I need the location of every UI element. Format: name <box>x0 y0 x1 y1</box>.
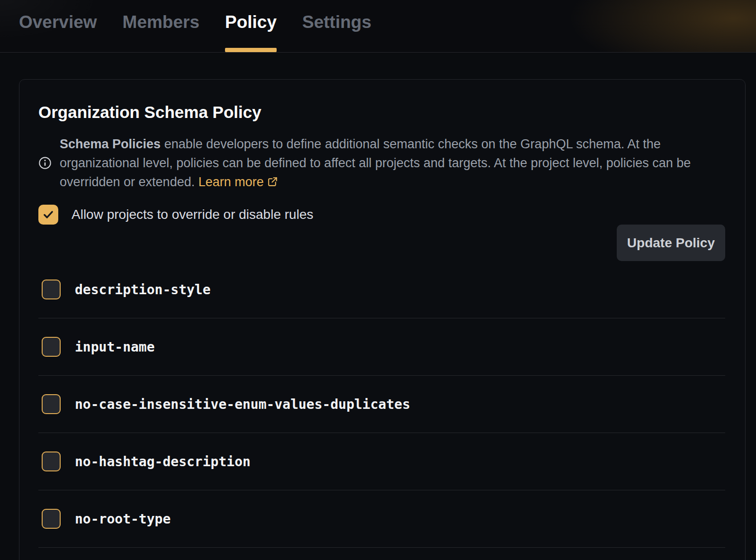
policy-rules-list: description-style input-name no-case-ins… <box>38 261 725 548</box>
tab-settings[interactable]: Settings <box>302 12 371 52</box>
rule-name: no-case-insensitive-enum-values-duplicat… <box>75 397 410 412</box>
tab-overview[interactable]: Overview <box>19 12 97 52</box>
learn-more-link[interactable]: Learn more <box>198 175 279 189</box>
active-tab-indicator <box>225 48 277 52</box>
rule-row-no-hashtag-description: no-hashtag-description <box>38 433 725 490</box>
rule-row-no-root-type: no-root-type <box>38 490 725 548</box>
tab-policy[interactable]: Policy <box>225 12 277 52</box>
policy-description: Schema Policies enable developers to def… <box>60 135 725 191</box>
rule-row-no-case-insensitive-enum-values-duplicates: no-case-insensitive-enum-values-duplicat… <box>38 376 725 433</box>
rule-checkbox-input-name[interactable] <box>42 337 61 357</box>
page-title: Organization Schema Policy <box>38 102 725 122</box>
rule-checkbox-no-case-insensitive-enum-values-duplicates[interactable] <box>42 394 61 414</box>
actions-row: Update Policy <box>38 225 725 261</box>
allow-override-row[interactable]: Allow projects to override or disable ru… <box>38 205 313 225</box>
tab-bar: Overview Members Policy Settings <box>0 0 756 53</box>
allow-override-checkbox[interactable] <box>38 205 58 225</box>
rule-name: input-name <box>75 339 155 355</box>
learn-more-label: Learn more <box>198 175 264 189</box>
rule-name: description-style <box>75 282 211 298</box>
policy-info-note: Schema Policies enable developers to def… <box>38 135 725 191</box>
update-policy-button[interactable]: Update Policy <box>617 225 725 261</box>
info-icon <box>38 156 52 170</box>
external-link-icon <box>267 176 279 188</box>
rule-name: no-root-type <box>75 511 171 527</box>
rule-checkbox-no-hashtag-description[interactable] <box>42 452 61 471</box>
rule-row-input-name: input-name <box>38 318 725 376</box>
rule-name: no-hashtag-description <box>75 454 251 470</box>
schema-policy-card: Organization Schema Policy Schema Polici… <box>19 79 746 560</box>
main-content: Organization Schema Policy Schema Polici… <box>0 79 756 560</box>
allow-override-label: Allow projects to override or disable ru… <box>72 207 313 222</box>
rule-checkbox-description-style[interactable] <box>42 280 61 299</box>
policy-description-lead: Schema Policies <box>60 137 161 151</box>
tab-members[interactable]: Members <box>123 12 199 52</box>
checkmark-icon <box>42 208 54 221</box>
rule-row-description-style: description-style <box>38 261 725 318</box>
rule-checkbox-no-root-type[interactable] <box>42 509 61 529</box>
